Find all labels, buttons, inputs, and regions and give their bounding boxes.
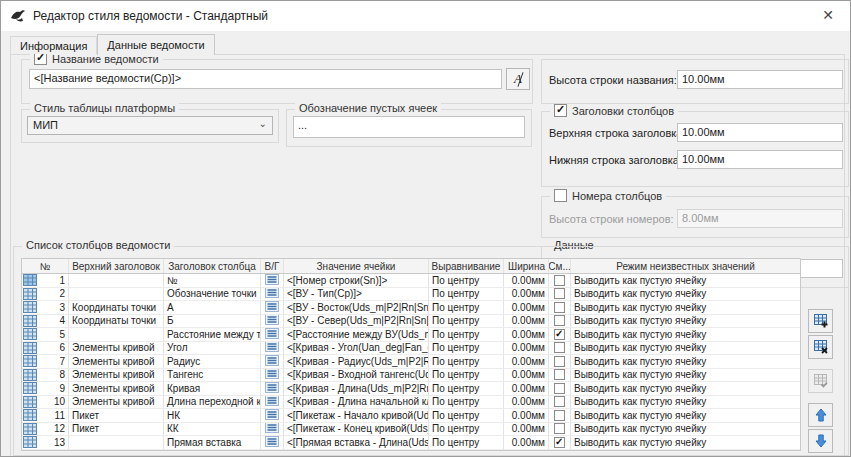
cell-alignment[interactable]: По центру <box>429 301 504 314</box>
table-row[interactable]: 5Расстояние между т...<[Расстояние между… <box>22 328 800 342</box>
cell-width[interactable]: 0.00мм <box>504 423 549 436</box>
cell-width[interactable]: 0.00мм <box>504 274 549 287</box>
cell-width[interactable]: 0.00мм <box>504 396 549 409</box>
cell-alignment[interactable]: По центру <box>429 396 504 409</box>
cell-alignment[interactable]: По центру <box>429 328 504 341</box>
close-button[interactable]: ✕ <box>808 1 848 29</box>
cell-value[interactable]: <[Прямая вставка - Длина(Uds_m|P2... <box>284 436 429 449</box>
orientation-icon[interactable] <box>265 396 279 409</box>
cell-alignment[interactable]: По центру <box>429 369 504 382</box>
row-handle-icon[interactable] <box>23 301 37 313</box>
cell-value[interactable]: <[Пикетаж - Конец кривой(Uds_m|Fst... <box>284 423 429 436</box>
cell-top-header[interactable] <box>69 274 164 287</box>
cell-column-header[interactable]: НК <box>164 409 261 422</box>
column-header[interactable]: См... <box>549 259 571 273</box>
column-header[interactable]: В/Г <box>261 259 284 273</box>
cell-column-header[interactable]: Б <box>164 315 261 328</box>
report-name-input[interactable]: <[Название ведомости(Cp)]> <box>29 69 502 89</box>
cell-top-header[interactable]: Элементы кривой <box>69 382 164 395</box>
cell-column-header[interactable]: А <box>164 301 261 314</box>
cell-value[interactable]: <[Кривая - Длина(Uds_m|P2|Rn|Sn|Ap|... <box>284 382 429 395</box>
table-row[interactable]: 4Координаты точкиБ<[ВУ - Север(Uds_m|P2|… <box>22 315 800 329</box>
cell-column-header[interactable]: Кривая <box>164 382 261 395</box>
column-header[interactable]: Режим неизвестных значений <box>571 259 800 273</box>
cell-alignment[interactable]: По центру <box>429 409 504 422</box>
tab-information[interactable]: Информация <box>10 36 97 54</box>
cell-unknown-values-mode[interactable]: Выводить как пустую ячейку <box>571 274 800 287</box>
cell-top-header[interactable]: Элементы кривой <box>69 342 164 355</box>
cell-column-header[interactable]: Обозначение точки <box>164 288 261 301</box>
cell-unknown-values-mode[interactable]: Выводить как пустую ячейку <box>571 396 800 409</box>
cell-unknown-values-mode[interactable]: Выводить как пустую ячейку <box>571 369 800 382</box>
table-row[interactable]: 13Прямая вставка<[Прямая вставка - Длина… <box>22 436 800 450</box>
cell-top-header[interactable] <box>69 328 164 341</box>
cell-value[interactable]: <[Пикетаж - Начало кривой(Uds_m|F... <box>284 409 429 422</box>
cell-width[interactable]: 0.00мм <box>504 328 549 341</box>
row-handle-icon[interactable] <box>23 315 37 327</box>
row-handle-icon[interactable] <box>23 274 37 286</box>
add-column-button[interactable] <box>808 309 833 333</box>
cell-width[interactable]: 0.00мм <box>504 436 549 449</box>
column-header[interactable]: Верхний заголовок <box>69 259 164 273</box>
cell-column-header[interactable]: КК <box>164 423 261 436</box>
cell-alignment[interactable]: По центру <box>429 274 504 287</box>
cell-unknown-values-mode[interactable]: Выводить как пустую ячейку <box>571 288 800 301</box>
row-handle-icon[interactable] <box>23 423 37 435</box>
column-numbers-checkbox[interactable] <box>554 189 567 202</box>
orientation-icon[interactable] <box>265 369 279 382</box>
cell-width[interactable]: 0.00мм <box>504 369 549 382</box>
cell-top-header[interactable]: Элементы кривой <box>69 355 164 368</box>
cell-width[interactable]: 0.00мм <box>504 409 549 422</box>
cell-width[interactable]: 0.00мм <box>504 355 549 368</box>
cell-width[interactable]: 0.00мм <box>504 288 549 301</box>
merge-checkbox[interactable] <box>554 315 565 326</box>
table-row[interactable]: 3Координаты точкиА<[ВУ - Восток(Uds_m|P2… <box>22 301 800 315</box>
cell-value[interactable]: <[Кривая - Входной тангенс(Uds_m|P... <box>284 369 429 382</box>
cell-top-header[interactable]: Пикет <box>69 409 164 422</box>
cell-value[interactable]: <[Кривая - Длина начальной клотои... <box>284 396 429 409</box>
cell-unknown-values-mode[interactable]: Выводить как пустую ячейку <box>571 355 800 368</box>
column-header[interactable]: Выравнивание <box>429 259 504 273</box>
orientation-icon[interactable] <box>265 409 279 422</box>
row-handle-icon[interactable] <box>23 355 37 367</box>
orientation-icon[interactable] <box>265 355 279 368</box>
orientation-icon[interactable] <box>265 382 279 395</box>
table-row[interactable]: 6Элементы кривойУгол<[Кривая - Угол(Uan_… <box>22 342 800 356</box>
cell-column-header[interactable]: Расстояние между т... <box>164 328 261 341</box>
row-handle-icon[interactable] <box>23 409 37 421</box>
row-handle-icon[interactable] <box>23 436 37 448</box>
column-header[interactable]: Значение ячейки <box>284 259 429 273</box>
cell-width[interactable]: 0.00мм <box>504 382 549 395</box>
cell-unknown-values-mode[interactable]: Выводить как пустую ячейку <box>571 315 800 328</box>
orientation-icon[interactable] <box>265 288 279 301</box>
row-handle-icon[interactable] <box>23 396 37 408</box>
merge-checkbox[interactable] <box>554 383 565 394</box>
delete-column-button[interactable] <box>808 335 833 359</box>
table-row[interactable]: 12ПикетКК<[Пикетаж - Конец кривой(Uds_m|… <box>22 423 800 437</box>
move-down-button[interactable] <box>808 429 833 453</box>
cell-top-header[interactable]: Элементы кривой <box>69 396 164 409</box>
empty-cells-input[interactable]: ... <box>293 116 525 138</box>
cell-alignment[interactable]: По центру <box>429 355 504 368</box>
top-header-row-input[interactable]: 10.00мм <box>677 123 843 142</box>
merge-checkbox[interactable] <box>554 423 565 434</box>
font-button[interactable]: A <box>506 68 530 90</box>
tab-report-data[interactable]: Данные ведомости <box>97 34 214 55</box>
cell-value[interactable]: <[ВУ - Север(Uds_m|P2|Rn|Sn|Ap|En|0... <box>284 315 429 328</box>
cell-column-header[interactable]: Радиус <box>164 355 261 368</box>
cell-value[interactable]: <[ВУ - Тип(Cp)]> <box>284 288 429 301</box>
orientation-icon[interactable] <box>265 274 279 287</box>
table-row[interactable]: 1№<[Номер строки(Sn)]>По центру0.00ммВыв… <box>22 274 800 288</box>
merge-checkbox[interactable] <box>554 356 565 367</box>
merge-checkbox[interactable] <box>554 302 565 313</box>
cell-value[interactable]: <[Расстояние между ВУ(Uds_m|P2|R... <box>284 328 429 341</box>
cell-alignment[interactable]: По центру <box>429 423 504 436</box>
merge-checkbox[interactable] <box>554 288 565 299</box>
cell-top-header[interactable]: Элементы кривой <box>69 369 164 382</box>
orientation-icon[interactable] <box>265 301 279 314</box>
table-row[interactable]: 8Элементы кривойТангенс<[Кривая - Входно… <box>22 369 800 383</box>
merge-checkbox[interactable] <box>554 275 565 286</box>
cell-alignment[interactable]: По центру <box>429 436 504 449</box>
merge-checkbox[interactable] <box>554 437 565 448</box>
title-row-height-input[interactable]: 10.00мм <box>677 70 843 89</box>
